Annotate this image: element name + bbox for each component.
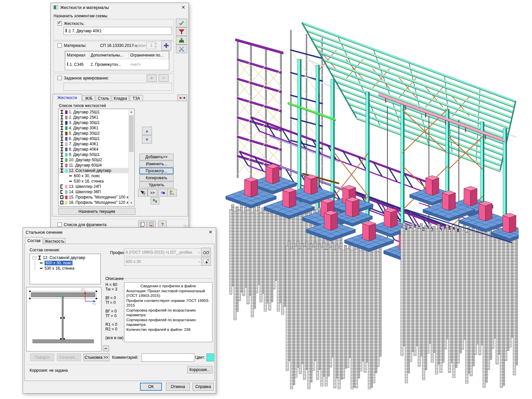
dialog2-titlebar[interactable]: Стальное сечение ✕ — [23, 228, 216, 236]
list-item[interactable]: 8. Двутавр 40К4 — [59, 147, 129, 152]
list-item-label: 3. Двутавр 30Ш1 — [69, 120, 100, 125]
move-down-button[interactable]: ▼ — [142, 135, 152, 144]
tree-item[interactable]: −12. Составной двутавр — [30, 255, 100, 260]
section-button[interactable]: Сечение... — [57, 353, 81, 361]
tab-stal[interactable]: Сталь — [96, 95, 111, 101]
tree-item[interactable]: ┊600 х 30, пояс — [30, 260, 100, 266]
rotate-button[interactable]: Поворот — [30, 353, 54, 361]
tab-kladka[interactable]: Кладка — [112, 95, 129, 101]
tab-tza[interactable]: ТЗА — [130, 95, 143, 101]
tab-zhestkost[interactable]: Жесткость — [44, 238, 66, 244]
list-item[interactable]: 13. Швеллер 24П — [59, 184, 129, 189]
select-filter-button[interactable] — [138, 189, 148, 197]
corrosion-button[interactable]: Коррозия... — [187, 366, 212, 373]
reinforcement-checkbox[interactable] — [58, 76, 62, 80]
ibeam-icon — [60, 158, 64, 162]
tab-zhb[interactable]: Ж/Б — [82, 95, 95, 101]
dialog2-close-icon[interactable]: ✕ — [207, 229, 214, 235]
list-item[interactable]: 530 х 16, стенка — [59, 179, 129, 184]
list-item[interactable]: 10. Двутавр 50Ш2 — [59, 157, 129, 163]
profile-size-select[interactable]: 600 х 30 ∨ — [124, 258, 202, 266]
materials-checkbox[interactable] — [58, 43, 62, 48]
table-header[interactable]: Дополнительны... — [89, 52, 129, 59]
tab-sostav[interactable]: Состав — [25, 237, 43, 244]
list-item[interactable]: 5. Двутавр 30Ш2 — [59, 131, 129, 136]
tree-expander-icon[interactable]: − — [33, 256, 36, 260]
list-item[interactable]: 7. Двутавр 40К1 — [59, 141, 129, 147]
reinforcement-field[interactable] — [64, 83, 172, 91]
materials-table[interactable]: МатериалДополнительны...Ограничения по..… — [65, 51, 169, 70]
scroll-up-icon[interactable]: ▲ — [129, 109, 134, 115]
dimensions-button[interactable]: ▫I◆ — [158, 189, 168, 197]
section-params: H = 60Tw = 3Bf = 0Tf = 0Bf' = 0Tf' = 0R1… — [105, 282, 123, 340]
table-header[interactable]: Ограничения по... — [129, 52, 169, 59]
table-row[interactable]: I 1. С3452. Промежуточ...<нет> — [66, 59, 169, 70]
reinforcement-remove-button[interactable]: ━ — [159, 74, 169, 82]
reinforcement-add-button[interactable]: ✚ — [147, 74, 157, 82]
add-button[interactable]: Добавить>> — [139, 154, 174, 160]
list-item[interactable]: 600 х 30, пояс — [59, 173, 129, 179]
profile-file-select[interactable]: й (ГОСТ 19903-2015) <LIST_.profiles.srt>… — [124, 248, 202, 256]
joint-button[interactable]: Стыковка >> — [83, 353, 109, 361]
delete-button[interactable]: Удалить — [139, 182, 174, 188]
stiffness-checkbox[interactable] — [58, 21, 62, 26]
list-item-label: 8. Двутавр 40К4 — [69, 147, 98, 152]
section-preview[interactable]: Z1 Y1 — [26, 287, 101, 351]
apply-button[interactable]: .. — [176, 19, 187, 27]
list-item-label: 9. Двутавр 50Ш1 — [69, 152, 100, 157]
stiffness-value-field[interactable]: I 7. Двутавр 40К1 — [64, 27, 172, 35]
list-item[interactable]: 2. Двутавр 25К1 — [59, 115, 129, 120]
list-item[interactable]: 12. Составной двутавр — [59, 168, 129, 173]
assign-current-button[interactable]: Назначить текущим — [58, 208, 135, 215]
move-up-button[interactable]: ▲ — [142, 127, 152, 135]
assign-scheme-button[interactable] — [167, 189, 177, 197]
list-item[interactable]: 14. Швеллер 36П — [59, 189, 129, 195]
tree-item[interactable]: ┊530 х 16, стенка — [30, 266, 100, 271]
paint-button[interactable] — [176, 36, 187, 45]
list-item[interactable]: 1. Двутавр 25Ш1 — [59, 109, 129, 115]
fragment-checkbox[interactable] — [58, 222, 62, 227]
filter-button[interactable] — [176, 27, 187, 36]
color-scale-button[interactable] — [177, 94, 187, 101]
type-color-swatch — [65, 153, 67, 157]
section-color-swatch[interactable] — [206, 353, 214, 361]
list-item[interactable]: 16. Профиль "Молодечно" 120 х 5 — [59, 200, 129, 205]
list-item[interactable]: 11. Двутавр 60Ш4 — [59, 163, 129, 168]
list-item-label: 2. Двутавр 25К1 — [69, 115, 98, 120]
view-profile-button[interactable] — [201, 248, 211, 256]
copy-button[interactable]: Копировать — [139, 175, 174, 181]
stiffness-types-list[interactable]: 1. Двутавр 25Ш12. Двутавр 25К13. Двутавр… — [58, 109, 135, 206]
funnel-icon — [178, 29, 185, 34]
tab-zhestkosti[interactable]: Жесткости — [53, 94, 82, 101]
list-item[interactable]: 9. Двутавр 50Ш1 — [59, 152, 129, 157]
comment-input[interactable] — [141, 353, 195, 362]
list-item[interactable]: 3. Двутавр 30Ш1 — [59, 120, 129, 125]
variant-spinner-arrows[interactable]: ▲▼ — [153, 42, 157, 49]
list-item[interactable]: 15. Профиль "Молодечно" 100 х 5 — [59, 195, 129, 200]
table-header[interactable]: Материал — [66, 52, 89, 59]
list-item[interactable]: 4. Двутавр 30К1 — [59, 125, 129, 131]
dialog1-titlebar[interactable]: Жесткости и материалы ✕ — [51, 3, 189, 12]
help-button[interactable]: Справка — [193, 383, 214, 391]
refresh-button[interactable] — [151, 197, 159, 204]
list-item[interactable]: 6. Двутавр 40Ш1 — [59, 136, 129, 141]
dash-icon — [68, 174, 72, 178]
cancel-button[interactable]: Отмена — [166, 383, 190, 391]
scroll-down-icon[interactable]: ▼ — [129, 200, 134, 206]
type-color-swatch — [65, 158, 67, 162]
cut-button[interactable] — [176, 45, 187, 53]
edit-button[interactable]: Изменить... — [139, 161, 174, 167]
fit-view-button[interactable]: ↵ — [103, 345, 109, 351]
steel-section-dialog: Стальное сечение ✕ Состав Жесткость Сост… — [23, 227, 216, 394]
ok-button[interactable]: ОК — [140, 383, 162, 391]
model-3d-view[interactable] — [219, 10, 519, 399]
add-material-button[interactable] — [161, 41, 171, 51]
list-scrollbar[interactable]: ▲ ▼ — [128, 109, 134, 206]
dialog1-close-icon[interactable]: ✕ — [180, 4, 187, 11]
pick-profile-button[interactable] — [201, 257, 211, 266]
composition-tree[interactable]: −12. Составной двутавр┊600 х 30, пояс┊53… — [30, 254, 101, 284]
list-item-label: 5. Двутавр 30Ш2 — [69, 131, 100, 136]
chevron-down-icon: ∨ — [198, 260, 200, 263]
shift-button[interactable]: >> — [148, 189, 157, 197]
view-button[interactable]: Просмотр... — [139, 168, 174, 174]
